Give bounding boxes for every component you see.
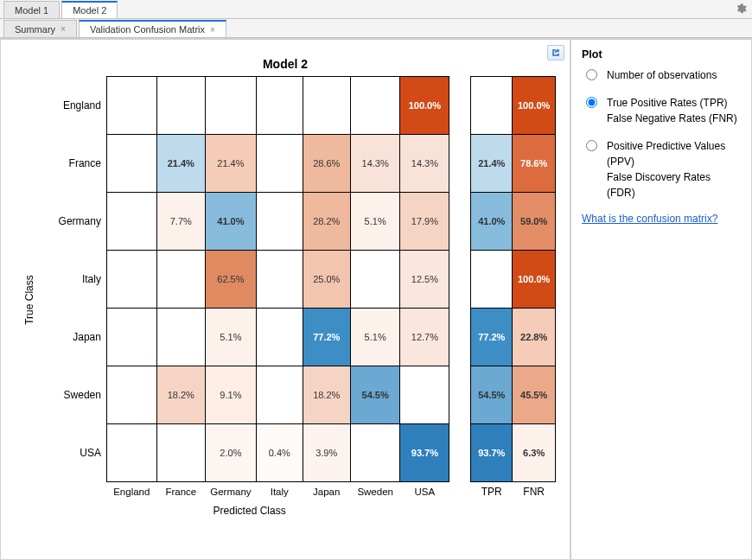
cm-cell: [106, 424, 156, 482]
cm-cell: [106, 135, 156, 193]
cm-cell: 28.6%: [303, 135, 350, 193]
tpr-cell: [471, 77, 513, 135]
col-label: England: [106, 482, 156, 501]
view-tab-0[interactable]: Summary×: [3, 20, 77, 37]
cm-cell: 21.4%: [205, 135, 256, 193]
col-label: USA: [400, 482, 449, 501]
cm-cell: [256, 366, 303, 424]
view-tabstrip: Summary×Validation Confusion Matrix×: [0, 19, 752, 38]
x-axis-label: Predicted Class: [49, 505, 449, 517]
radio-input[interactable]: [586, 97, 597, 108]
close-icon[interactable]: ×: [61, 24, 66, 34]
matrix-wrap: England100.0%France21.4%21.4%28.6%14.3%1…: [15, 76, 556, 517]
cm-cell: [106, 193, 156, 251]
cm-cell: 3.9%: [303, 424, 350, 482]
cm-cell: 12.7%: [400, 309, 449, 366]
cm-cell: 5.1%: [205, 309, 256, 366]
cm-cell: [156, 424, 205, 482]
plot-option-1[interactable]: True Positive Rates (TPR)False Negative …: [582, 95, 741, 126]
row-label: USA: [49, 424, 106, 482]
cm-cell: [350, 251, 400, 309]
option-line: False Negative Rates (FNR): [607, 111, 737, 126]
cm-cell: 18.2%: [303, 366, 350, 424]
chart-title: Model 2: [15, 57, 556, 71]
cm-cell: 14.3%: [350, 135, 400, 193]
side-panel: Plot Number of observationsTrue Positive…: [570, 39, 752, 560]
tpr-cell: 93.7%: [471, 424, 513, 482]
radio-input[interactable]: [586, 69, 597, 80]
tpr-cell: 21.4%: [471, 135, 513, 193]
cm-cell: [400, 366, 449, 424]
cm-cell: 7.7%: [156, 193, 205, 251]
cm-cell: [205, 77, 256, 135]
tpr-cell: 45.5%: [513, 366, 556, 424]
cm-cell: [350, 77, 400, 135]
tpr-cell: 22.8%: [513, 309, 556, 366]
cm-cell: 9.1%: [205, 366, 256, 424]
col-label: France: [156, 482, 205, 501]
col-label: Germany: [205, 482, 256, 501]
cm-cell: [156, 309, 205, 366]
col-label: Japan: [303, 482, 350, 501]
row-label: Sweden: [49, 366, 106, 424]
col-label: Italy: [256, 482, 303, 501]
confusion-matrix: England100.0%France21.4%21.4%28.6%14.3%1…: [49, 76, 449, 501]
cm-cell: 0.4%: [256, 424, 303, 482]
tpr-header: TPR: [471, 482, 513, 501]
cm-cell: [256, 193, 303, 251]
gear-icon[interactable]: [735, 3, 747, 17]
tpr-cell: [471, 251, 513, 309]
help-link[interactable]: What is the confusion matrix?: [582, 213, 717, 225]
cm-cell: [106, 77, 156, 135]
plot-option-0[interactable]: Number of observations: [582, 67, 741, 83]
cm-cell: [106, 366, 156, 424]
cm-cell: [256, 135, 303, 193]
row-label: England: [49, 77, 106, 135]
cm-cell: 41.0%: [205, 193, 256, 251]
model-tab-0[interactable]: Model 1: [3, 1, 60, 18]
cm-cell: [156, 251, 205, 309]
cm-cell: 2.0%: [205, 424, 256, 482]
tpr-cell: 54.5%: [471, 366, 513, 424]
cm-cell: [256, 251, 303, 309]
tpr-cell: 41.0%: [471, 193, 513, 251]
radio-input[interactable]: [586, 140, 597, 151]
option-line: Positive Predictive Values (PPV): [607, 138, 741, 169]
content-row: Model 2 True Class England100.0%France21…: [0, 38, 752, 560]
cm-cell: 93.7%: [400, 424, 449, 482]
side-heading: Plot: [582, 48, 741, 60]
cm-cell: 100.0%: [400, 77, 449, 135]
view-tab-1[interactable]: Validation Confusion Matrix×: [79, 20, 226, 37]
option-line: False Discovery Rates (FDR): [607, 169, 741, 200]
app-window: Model 1Model 2 Summary×Validation Confus…: [0, 0, 752, 560]
tpr-cell: 78.6%: [513, 135, 556, 193]
close-icon[interactable]: ×: [210, 25, 215, 35]
cm-cell: 54.5%: [350, 366, 400, 424]
row-label: Japan: [49, 309, 106, 366]
model-tabstrip: Model 1Model 2: [0, 0, 752, 19]
cm-cell: [106, 251, 156, 309]
tpr-cell: 77.2%: [471, 309, 513, 366]
cm-cell: 12.5%: [400, 251, 449, 309]
tpr-cell: 100.0%: [513, 251, 556, 309]
tpr-cell: 6.3%: [513, 424, 556, 482]
option-line: True Positive Rates (TPR): [607, 95, 737, 111]
option-line: Number of observations: [607, 67, 717, 83]
plot-option-2[interactable]: Positive Predictive Values (PPV)False Di…: [582, 138, 741, 200]
cm-cell: 14.3%: [400, 135, 449, 193]
tpr-cell: 100.0%: [513, 77, 556, 135]
cm-cell: [350, 424, 400, 482]
cm-cell: 5.1%: [350, 309, 400, 366]
plot-area: Model 2 True Class England100.0%France21…: [0, 39, 570, 560]
cm-cell: [256, 77, 303, 135]
popout-icon[interactable]: [547, 45, 564, 60]
cm-cell: [303, 77, 350, 135]
cm-cell: 62.5%: [205, 251, 256, 309]
tpr-header: FNR: [513, 482, 556, 501]
row-label: Germany: [49, 193, 106, 251]
model-tab-1[interactable]: Model 2: [61, 1, 118, 18]
cm-cell: 18.2%: [156, 366, 205, 424]
cm-cell: 17.9%: [400, 193, 449, 251]
cm-cell: 21.4%: [156, 135, 205, 193]
cm-cell: 77.2%: [303, 309, 350, 366]
